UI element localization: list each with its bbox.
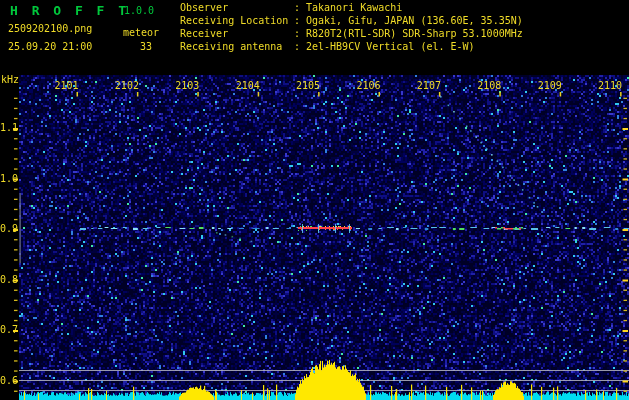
station-info: Observer:Takanori KawachiReceiving Locat… — [180, 2, 523, 54]
hrofft-window: H R O F F T 1.0.0 2509202100.png meteor … — [0, 0, 629, 400]
freq-axis-unit-label: kHz — [1, 74, 19, 85]
station-field-value: R820T2(RTL-SDR) SDR-Sharp 53.1000MHz — [306, 28, 523, 41]
station-field-value: Takanori Kawachi — [306, 2, 402, 15]
time-axis-label: 2108 — [473, 80, 505, 91]
station-field-value: 2el-HB9CV Vertical (el. E-W) — [306, 41, 475, 54]
freq-axis-label: 0.7 — [0, 325, 13, 335]
station-field-separator: : — [294, 41, 306, 54]
station-field-value: Ogaki, Gifu, JAPAN (136.60E, 35.35N) — [306, 15, 523, 28]
time-axis-label: 2110 — [594, 80, 626, 91]
app-title: H R O F F T — [10, 3, 129, 18]
time-axis-label: 2104 — [232, 80, 264, 91]
freq-axis-label: 1.0 — [0, 174, 13, 184]
station-info-row: Observer:Takanori Kawachi — [180, 2, 523, 15]
echo-count: 33 — [140, 41, 152, 52]
freq-axis-label: 0.8 — [0, 275, 13, 285]
observation-datetime: 25.09.20 21:00 — [8, 41, 92, 52]
station-info-row: Receiving antenna:2el-HB9CV Vertical (el… — [180, 41, 523, 54]
station-field-label: Observer — [180, 2, 294, 15]
app-version: 1.0.0 — [124, 5, 154, 16]
output-filename: 2509202100.png — [8, 23, 92, 34]
time-axis-label: 2109 — [534, 80, 566, 91]
time-axis-label: 2105 — [292, 80, 324, 91]
station-field-label: Receiving antenna — [180, 41, 294, 54]
station-field-label: Receiver — [180, 28, 294, 41]
station-info-row: Receiving Location:Ogaki, Gifu, JAPAN (1… — [180, 15, 523, 28]
time-axis-label: 2106 — [353, 80, 385, 91]
freq-axis-label: 0.6 — [0, 376, 13, 386]
time-axis-label: 2101 — [51, 80, 83, 91]
time-axis-label: 2102 — [111, 80, 143, 91]
freq-axis-label: 0.9 — [0, 224, 13, 234]
observation-mode: meteor — [123, 27, 159, 38]
time-axis-label: 2103 — [171, 80, 203, 91]
station-field-label: Receiving Location — [180, 15, 294, 28]
time-axis-label: 2107 — [413, 80, 445, 91]
station-field-separator: : — [294, 28, 306, 41]
station-field-separator: : — [294, 15, 306, 28]
station-info-row: Receiver:R820T2(RTL-SDR) SDR-Sharp 53.10… — [180, 28, 523, 41]
spectrogram-canvas — [0, 0, 629, 400]
station-field-separator: : — [294, 2, 306, 15]
freq-axis-label: 1.1 — [0, 123, 13, 133]
